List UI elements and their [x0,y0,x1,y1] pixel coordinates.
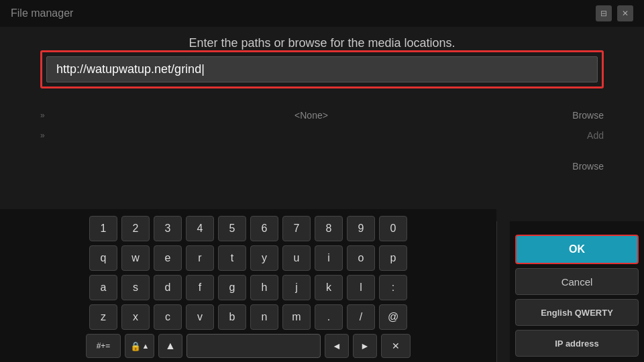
key-colon[interactable]: : [379,275,407,300]
key-e[interactable]: e [154,245,182,271]
key-g[interactable]: g [218,275,246,300]
key-b[interactable]: b [218,304,246,330]
left-arrow-key[interactable]: ◄ [325,334,349,358]
backspace-key[interactable]: ✕ [381,334,411,358]
keyboard-type-button[interactable]: English QWERTY [515,299,639,326]
key-4[interactable]: 4 [186,216,214,241]
key-u[interactable]: u [282,245,311,271]
key-r[interactable]: r [186,245,214,271]
key-t[interactable]: t [218,245,246,271]
key-7[interactable]: 7 [282,216,311,241]
spacebar-key[interactable] [186,334,321,358]
keyboard-row-qwerty: q w e r t y u i o p [13,245,483,271]
arrow-icon-2: » [40,131,45,140]
key-w[interactable]: w [121,245,150,271]
key-at[interactable]: @ [379,304,407,330]
header-icons: ⊟ ✕ [596,5,633,21]
key-v[interactable]: v [186,304,214,330]
key-i[interactable]: i [315,245,343,271]
symbols-button[interactable]: #+= [86,334,121,358]
key-a[interactable]: a [89,275,117,300]
key-h[interactable]: h [250,275,278,300]
minimize-icon[interactable]: ⊟ [596,5,612,21]
add-label[interactable]: Add [587,130,604,141]
shift-button[interactable]: ▲ [158,334,182,358]
keyboard-row-numbers: 1 2 3 4 5 6 7 8 9 0 [13,216,483,241]
right-arrow-key[interactable]: ► [353,334,377,358]
browse-button-1[interactable]: Browse [572,110,604,121]
key-slash[interactable]: / [347,304,375,330]
key-f[interactable]: f [186,275,214,300]
arrow-icon-1: » [40,111,45,120]
keyboard-row-zxcv: z x c v b n m . / @ [13,304,483,330]
ip-address-button[interactable]: IP address [515,330,639,357]
close-icon[interactable]: ✕ [617,5,633,21]
header: File manager ⊟ ✕ [0,0,644,27]
key-k[interactable]: k [315,275,343,300]
key-6[interactable]: 6 [250,216,278,241]
caps-lock-button[interactable]: 🔒▲ [125,334,154,358]
url-section [40,50,604,88]
key-l[interactable]: l [347,275,375,300]
keyboard-row-asdf: a s d f g h j k l : [13,275,483,300]
none-label: <None> [50,110,573,121]
key-o[interactable]: o [347,245,375,271]
keyboard-area: 1 2 3 4 5 6 7 8 9 0 q w e r t y u i o p … [0,209,496,362]
url-input[interactable] [46,56,598,82]
cancel-button[interactable]: Cancel [515,268,639,295]
vertical-divider [496,221,497,362]
key-j[interactable]: j [282,275,311,300]
key-q[interactable]: q [89,245,117,271]
key-x[interactable]: x [121,304,150,330]
key-m[interactable]: m [282,304,311,330]
key-y[interactable]: y [250,245,278,271]
key-n[interactable]: n [250,304,278,330]
key-1[interactable]: 1 [89,216,117,241]
keyboard-special-row: #+= 🔒▲ ▲ ◄ ► ✕ [13,334,483,358]
key-c[interactable]: c [154,304,182,330]
browse-row-2: » Add [40,127,604,143]
key-9[interactable]: 9 [347,216,375,241]
key-z[interactable]: z [89,304,117,330]
key-s[interactable]: s [121,275,150,300]
browse-row-1: » <None> Browse [40,107,604,123]
right-panel: OK Cancel English QWERTY IP address [510,221,644,362]
browse-row-3: Browse [40,161,604,172]
browse-button-2[interactable]: Browse [572,161,604,172]
key-d[interactable]: d [154,275,182,300]
ok-button[interactable]: OK [515,235,639,264]
key-0[interactable]: 0 [379,216,407,241]
app-title: File manager [11,7,73,19]
key-period[interactable]: . [315,304,343,330]
key-5[interactable]: 5 [218,216,246,241]
key-8[interactable]: 8 [315,216,343,241]
key-2[interactable]: 2 [121,216,150,241]
key-p[interactable]: p [379,245,407,271]
key-3[interactable]: 3 [154,216,182,241]
